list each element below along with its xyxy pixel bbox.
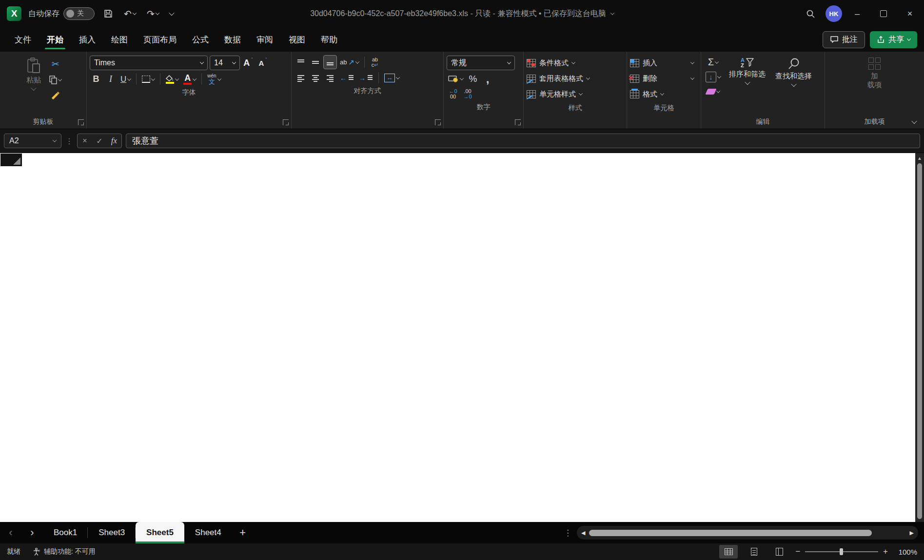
tab-帮助[interactable]: 帮助 xyxy=(314,29,344,50)
phonetic-guide-button[interactable]: wén文 xyxy=(206,73,222,86)
increase-decimal-button[interactable]: ←000 xyxy=(447,87,459,100)
page-layout-view-button[interactable] xyxy=(745,545,763,559)
borders-button[interactable] xyxy=(140,73,156,86)
zoom-level[interactable]: 100% xyxy=(895,548,917,556)
zoom-in-button[interactable]: + xyxy=(883,547,888,557)
font-size-combo[interactable]: 14 xyxy=(210,56,240,70)
insert-cells-button[interactable]: 插入 xyxy=(630,56,698,70)
bold-button[interactable]: B xyxy=(90,73,102,86)
select-all-corner[interactable] xyxy=(0,154,22,167)
decrease-indent-button[interactable]: ← xyxy=(338,71,355,84)
wrap-text-button[interactable]: abc↵ xyxy=(369,56,381,69)
formula-bar-handle[interactable]: ⋮ xyxy=(65,136,73,146)
search-button[interactable] xyxy=(799,4,822,23)
align-center-button[interactable] xyxy=(309,71,322,84)
scroll-right-icon[interactable]: ▶ xyxy=(910,530,914,536)
redo-button[interactable]: ↷ xyxy=(145,6,161,21)
horizontal-scroll-thumb[interactable] xyxy=(589,530,871,536)
paste-button[interactable]: 粘贴 xyxy=(23,56,44,115)
number-dialog-launcher[interactable] xyxy=(515,119,521,125)
previous-sheet-button[interactable]: ‹ xyxy=(0,522,21,543)
scroll-left-icon[interactable]: ◀ xyxy=(581,530,585,536)
normal-view-button[interactable] xyxy=(719,545,738,559)
zoom-slider-thumb[interactable] xyxy=(840,548,843,555)
accessibility-status[interactable]: ? 辅助功能: 不可用 xyxy=(33,547,96,556)
horizontal-scrollbar[interactable]: ◀ ▶ xyxy=(577,526,918,540)
maximize-button[interactable] xyxy=(872,4,895,23)
cut-button[interactable]: ✂ xyxy=(48,58,63,71)
sheet-tab-Sheet4[interactable]: Sheet4 xyxy=(184,522,232,543)
autosum-button[interactable]: Σ xyxy=(704,56,722,69)
increase-indent-button[interactable]: → xyxy=(357,71,374,84)
vertical-scrollbar[interactable]: ▲ xyxy=(915,153,924,522)
tab-视图[interactable]: 视图 xyxy=(282,29,312,50)
align-top-button[interactable] xyxy=(295,56,307,69)
quick-access-overflow-button[interactable] xyxy=(168,10,176,18)
number-format-combo[interactable]: 常规 xyxy=(447,56,515,70)
addins-button[interactable]: 加载项 xyxy=(865,56,885,115)
tab-数据[interactable]: 数据 xyxy=(217,29,248,50)
accounting-format-button[interactable] xyxy=(447,72,465,85)
confirm-entry-button[interactable]: ✓ xyxy=(92,134,107,148)
undo-button[interactable]: ↶ xyxy=(122,6,138,21)
scroll-up-icon[interactable]: ▲ xyxy=(917,153,922,162)
sort-filter-button[interactable]: AZ 排序和筛选 xyxy=(726,56,768,115)
save-button[interactable] xyxy=(101,7,115,20)
sheetbar-overflow-icon[interactable]: ⋮ xyxy=(559,522,577,543)
clear-button[interactable] xyxy=(704,85,722,98)
font-name-combo[interactable]: Times xyxy=(90,56,208,70)
close-button[interactable]: × xyxy=(899,4,921,23)
comma-style-button[interactable]: , xyxy=(481,72,494,85)
align-left-button[interactable] xyxy=(295,71,307,84)
formula-input[interactable]: 張意萱 xyxy=(126,134,920,148)
delete-cells-button[interactable]: 删除 xyxy=(630,71,698,86)
underline-button[interactable]: U xyxy=(119,73,132,86)
insert-function-button[interactable]: fx xyxy=(107,134,121,148)
tab-插入[interactable]: 插入 xyxy=(72,29,102,50)
merge-center-button[interactable]: ↔ xyxy=(383,71,401,84)
cell-styles-button[interactable]: 单元格样式 xyxy=(527,87,624,101)
sheet-tab-Sheet5[interactable]: Sheet5 xyxy=(136,522,184,543)
find-select-button[interactable]: 查找和选择 xyxy=(772,56,815,115)
zoom-slider[interactable] xyxy=(805,551,878,552)
tab-审阅[interactable]: 审阅 xyxy=(250,29,280,50)
sheet-tab-Sheet3[interactable]: Sheet3 xyxy=(88,522,136,543)
autosave-toggle[interactable]: 关 xyxy=(63,7,95,20)
tab-页面布局[interactable]: 页面布局 xyxy=(137,29,183,50)
zoom-out-button[interactable]: − xyxy=(795,547,800,557)
font-dialog-launcher[interactable] xyxy=(283,119,289,125)
increase-font-button[interactable]: Aˆ xyxy=(242,57,255,70)
clipboard-dialog-launcher[interactable] xyxy=(78,119,84,125)
tab-公式[interactable]: 公式 xyxy=(185,29,216,50)
new-sheet-button[interactable]: + xyxy=(232,522,254,543)
fill-button[interactable]: ↓ xyxy=(704,70,722,83)
tab-文件[interactable]: 文件 xyxy=(8,29,38,50)
format-painter-button[interactable] xyxy=(48,89,63,102)
conditional-formatting-button[interactable]: 条件格式 xyxy=(527,56,624,70)
orientation-button[interactable]: ab↗ xyxy=(338,56,360,69)
cancel-entry-button[interactable]: × xyxy=(78,134,92,148)
fill-color-button[interactable] xyxy=(164,73,180,86)
tab-绘图[interactable]: 绘图 xyxy=(104,29,135,50)
account-avatar[interactable]: HK xyxy=(826,5,842,22)
alignment-dialog-launcher[interactable] xyxy=(435,119,441,125)
name-box[interactable]: A2 xyxy=(4,134,61,148)
comments-button[interactable]: 批注 xyxy=(823,31,865,48)
font-color-button[interactable]: A xyxy=(182,73,197,86)
sheet-tab-Book1[interactable]: Book1 xyxy=(43,522,88,543)
tab-开始[interactable]: 开始 xyxy=(40,29,70,50)
italic-button[interactable]: I xyxy=(104,73,117,86)
page-break-view-button[interactable] xyxy=(770,545,788,559)
decrease-font-button[interactable]: Aˇ xyxy=(256,57,269,70)
copy-button[interactable] xyxy=(48,73,63,86)
decrease-decimal-button[interactable]: .00→0 xyxy=(461,87,474,100)
next-sheet-button[interactable]: › xyxy=(21,522,43,543)
align-middle-button[interactable] xyxy=(309,56,322,69)
vertical-scroll-thumb[interactable] xyxy=(917,163,922,519)
share-button[interactable]: 共享 xyxy=(870,31,917,48)
format-as-table-button[interactable]: 套用表格格式 xyxy=(527,71,624,86)
minimize-button[interactable]: – xyxy=(846,4,868,23)
align-bottom-button[interactable] xyxy=(324,56,336,69)
format-cells-button[interactable]: 格式 xyxy=(630,87,698,101)
align-right-button[interactable] xyxy=(324,71,336,84)
